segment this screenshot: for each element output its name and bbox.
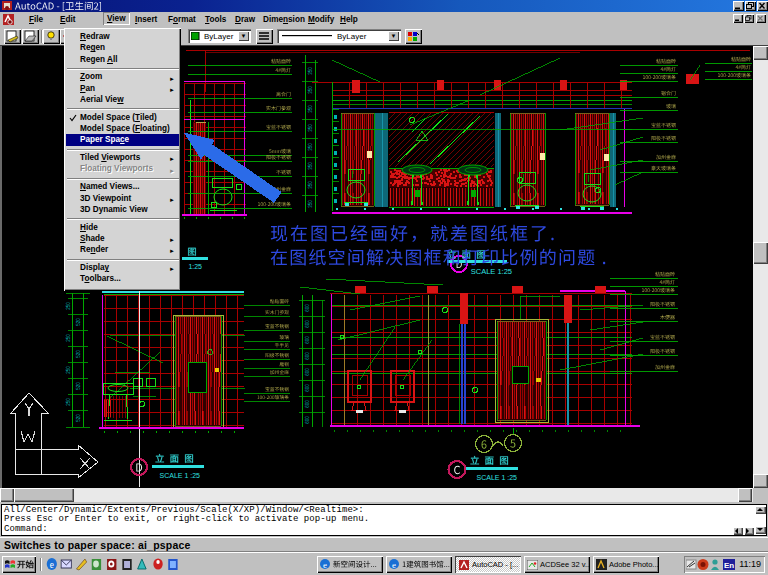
- svg-text:350: 350: [308, 162, 313, 170]
- svg-text:250: 250: [66, 366, 71, 374]
- svg-text:600: 600: [305, 352, 310, 360]
- svg-text:350: 350: [308, 181, 313, 189]
- svg-text:600: 600: [305, 368, 310, 376]
- svg-text:600: 600: [305, 400, 310, 408]
- svg-text:600: 600: [305, 384, 310, 392]
- svg-text:520: 520: [76, 414, 81, 422]
- svg-text:350: 350: [308, 124, 313, 132]
- svg-text:520: 520: [76, 350, 81, 358]
- svg-text:1:25: 1:25: [188, 263, 202, 270]
- svg-text:350: 350: [308, 143, 313, 151]
- svg-text:250: 250: [66, 302, 71, 310]
- svg-text:e: e: [392, 560, 396, 570]
- svg-text:e: e: [50, 558, 55, 570]
- svg-text:En: En: [724, 561, 734, 570]
- svg-text:520: 520: [76, 382, 81, 390]
- svg-text:600: 600: [305, 336, 310, 344]
- svg-text:350: 350: [308, 86, 313, 94]
- svg-text:350: 350: [308, 105, 313, 113]
- svg-text:520: 520: [76, 318, 81, 326]
- svg-text:600: 600: [305, 304, 310, 312]
- svg-text:250: 250: [66, 398, 71, 406]
- svg-text:SCALE 1 :25: SCALE 1 :25: [160, 472, 201, 479]
- svg-text:SCALE 1 :25: SCALE 1 :25: [477, 474, 518, 481]
- svg-text:250: 250: [66, 334, 71, 342]
- svg-text:350: 350: [308, 67, 313, 75]
- svg-text:e: e: [323, 560, 327, 570]
- svg-text:600: 600: [305, 320, 310, 328]
- svg-text:350: 350: [308, 200, 313, 208]
- svg-text:SCALE 1:25: SCALE 1:25: [471, 267, 512, 276]
- svg-text:600: 600: [305, 416, 310, 424]
